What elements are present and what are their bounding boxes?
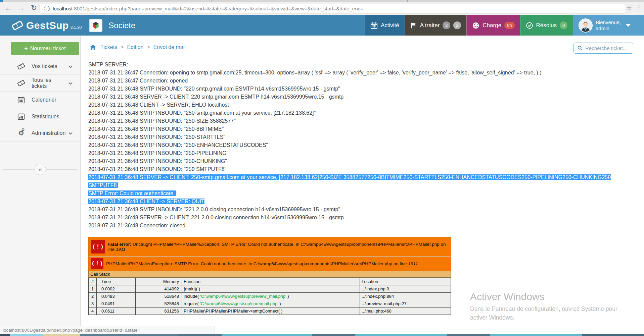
page-info-icon[interactable]: i xyxy=(44,6,50,11)
sidebar-label: Statistiques xyxy=(32,114,59,120)
log-line: 2018-07-31 21:36:48 SMTP INBOUND: "250-S… xyxy=(88,117,641,125)
log-line: 2018-07-31 21:36:48 SMTP INBOUND: "250-E… xyxy=(88,141,641,149)
breadcrumb: Tickets > Édition > Envoi de mail xyxy=(89,44,186,51)
company-name: Societe xyxy=(108,21,135,30)
log-line: 2018-07-31 21:36:48 SMTP INBOUND: "250-s… xyxy=(88,109,641,117)
col-location: Location xyxy=(360,278,451,285)
nav-resolus-label: Résolus xyxy=(536,22,557,29)
bar-chart-icon xyxy=(17,113,26,120)
brand[interactable]: GestSup 3.1.30 Societe xyxy=(11,15,135,36)
charge-badge: 0h xyxy=(504,22,514,29)
col-memory: Memory xyxy=(136,278,182,285)
nav-charge[interactable]: Charge 0h xyxy=(466,15,520,36)
user-menu[interactable]: Bienvenue, admin xyxy=(573,15,644,36)
smtp-log: SMTP SERVER: 2018-07-31 21:36:47 Connect… xyxy=(88,61,641,230)
error-message-row: ( ! ) Fatal error: Uncaught PHPMailer\PH… xyxy=(89,237,451,257)
gauge-icon xyxy=(472,22,479,29)
bookmark-star-icon[interactable]: ☆ xyxy=(626,4,632,12)
browser-tab-strip[interactable] xyxy=(0,0,644,2)
screen: ← → ↻ i localhost:8001/gestsup/index.php… xyxy=(0,0,644,336)
a-traiter-badge-1: 2 xyxy=(443,21,450,29)
breadcrumb-tickets[interactable]: Tickets xyxy=(100,44,117,50)
address-bar[interactable]: i localhost:8001/gestsup/index.php?page=… xyxy=(40,4,625,13)
calendar-icon xyxy=(17,96,26,104)
tab-favicon-edge xyxy=(0,0,3,2)
sidebar-collapse-bar: « xyxy=(3,164,77,175)
reload-button[interactable]: ↻ xyxy=(29,4,39,12)
nav-resolus[interactable]: Résolus 0 xyxy=(520,15,573,36)
log-line: 2018-07-31 21:36:47 Connection: opening … xyxy=(88,69,641,77)
forward-button[interactable]: → xyxy=(16,4,26,12)
search-icon xyxy=(577,45,583,51)
sidebar-label: Tous les tickets xyxy=(32,77,68,89)
gears-icon: ⚙⚙ xyxy=(17,129,26,137)
ticket-search[interactable] xyxy=(573,43,633,54)
error-message-row: ( ! ) PHPMailer\PHPMailer\Exception: SMT… xyxy=(89,257,451,271)
call-stack-row: 3 0.0491 525848 require( 'C:\wamp64\www\… xyxy=(89,300,451,307)
php-error-box: ( ! ) Fatal error: Uncaught PHPMailer\PH… xyxy=(88,237,451,315)
sidebar-label: Calendrier xyxy=(32,97,56,103)
call-stack-header-row: # Time Memory Function Location xyxy=(89,278,451,285)
chevron-down-icon xyxy=(626,24,631,27)
app-header: GestSup 3.1.30 Societe xyxy=(0,15,644,36)
chevron-down-icon xyxy=(68,80,73,86)
brand-version: 3.1.30 xyxy=(71,25,82,30)
log-line: 2018-07-31 21:36:48 SMTP INBOUND: "220 s… xyxy=(88,85,641,93)
col-num: # xyxy=(89,278,97,285)
new-ticket-button[interactable]: +Nouveau ticket xyxy=(11,42,79,55)
browser-toolbar: ← → ↻ i localhost:8001/gestsup/index.php… xyxy=(0,2,644,15)
back-button[interactable]: ← xyxy=(3,4,13,12)
sidebar-label: Vos tickets xyxy=(32,63,57,69)
col-function: Function xyxy=(182,278,360,285)
watermark-title: Activer Windows xyxy=(470,291,628,302)
sidebar-collapse-button[interactable]: « xyxy=(35,164,46,175)
home-icon[interactable] xyxy=(89,44,97,51)
error-exclamation-icon: ( ! ) xyxy=(91,258,103,269)
log-line: 2018-07-31 21:36:48 SMTP INBOUND: "250-8… xyxy=(88,125,641,133)
avatar xyxy=(579,18,593,33)
error-messages: ( ! ) Fatal error: Uncaught PHPMailer\PH… xyxy=(88,237,451,271)
taskbar-segment xyxy=(355,334,447,336)
username-label: admin xyxy=(596,25,621,32)
call-stack-table: # Time Memory Function Location 1 0.0002… xyxy=(88,278,451,315)
error-exclamation-icon: ( ! ) xyxy=(91,240,105,254)
sidebar-menu: Vos tickets Tous les tickets xyxy=(0,58,81,142)
header-nav: Activité A traiter 2 2 xyxy=(365,15,644,36)
browser-menu-icon[interactable]: ⋮ xyxy=(636,4,642,11)
breadcrumb-edition[interactable]: Édition xyxy=(127,44,143,50)
nav-activite-label: Activité xyxy=(381,22,399,29)
breadcrumb-envoi-de-mail[interactable]: Envoi de mail xyxy=(153,44,186,50)
nav-a-traiter[interactable]: A traiter 2 2 xyxy=(405,15,467,36)
tab-divider xyxy=(212,0,212,2)
status-bar-link: localhost:8001/gestsup/index.php?page=da… xyxy=(0,326,215,334)
taskbar-segment xyxy=(312,334,355,336)
sidebar: +Nouveau ticket Vos tickets xyxy=(0,36,81,334)
taskbar-segment xyxy=(447,334,490,336)
tab-divider xyxy=(407,0,408,2)
log-line: 2018-07-31 21:36:48 CLIENT -> SERVER: EH… xyxy=(88,101,641,109)
col-time: Time xyxy=(97,278,136,285)
divider xyxy=(46,169,77,170)
log-line: 2018-07-31 21:36:48 SMTP INBOUND: "250-S… xyxy=(88,133,641,141)
nav-charge-label: Charge xyxy=(482,22,501,29)
breadcrumb-separator: > xyxy=(147,44,150,50)
taskbar-segment xyxy=(490,334,582,336)
log-line: 2018-07-31 21:36:48 SERVER -> CLIENT: 22… xyxy=(88,214,641,222)
nav-a-traiter-label: A traiter xyxy=(420,22,440,29)
check-circle-icon xyxy=(526,22,533,29)
gestsup-logo-ticket-icon xyxy=(9,17,26,34)
sidebar-item-vos-tickets[interactable]: Vos tickets xyxy=(0,58,81,74)
search-input[interactable] xyxy=(585,45,629,51)
company-cube-icon[interactable] xyxy=(89,19,102,32)
log-line: 2018-07-31 21:36:48 SERVER -> CLIENT: 25… xyxy=(88,173,641,181)
sidebar-item-administration[interactable]: ⚙⚙ Administration xyxy=(0,125,81,142)
url-text[interactable]: localhost:8001/gestsup/index.php?page=pr… xyxy=(53,6,364,11)
sidebar-item-calendrier[interactable]: Calendrier xyxy=(0,91,81,108)
sidebar-item-statistiques[interactable]: Statistiques xyxy=(0,108,81,125)
log-line: 2018-07-31 21:36:48 CLIENT -> SERVER: QU… xyxy=(88,198,641,206)
watermark-subtitle: Dans le Panneau de configuration, ouvrez… xyxy=(470,304,628,322)
nav-activite[interactable]: Activité xyxy=(365,15,405,36)
log-line: SMTP SERVER: xyxy=(88,61,641,69)
call-stack-row: 4 0.0611 631256 PHPMailer\PHPMailer\PHPM… xyxy=(89,307,451,315)
sidebar-item-tous-les-tickets[interactable]: Tous les tickets xyxy=(0,74,81,91)
